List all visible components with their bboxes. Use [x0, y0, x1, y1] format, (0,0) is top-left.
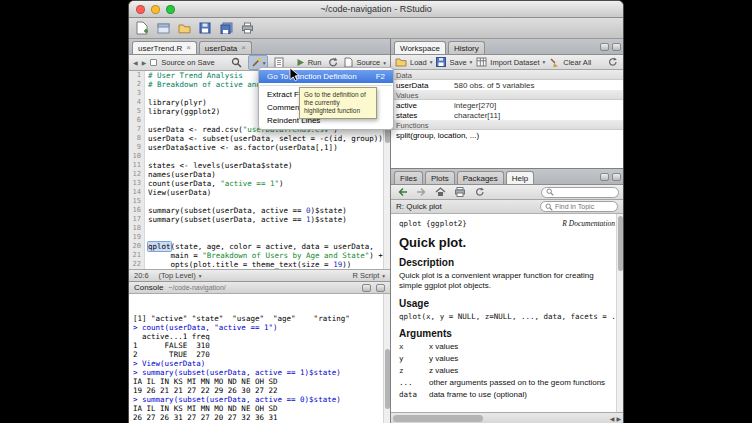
code-segment: )$state) — [311, 206, 347, 215]
refresh-button[interactable] — [605, 56, 619, 68]
code-line[interactable]: 13count(userData, "active == 1") — [129, 179, 390, 188]
code-segment: View(userData) — [148, 188, 211, 197]
doc-type-selector[interactable]: R Script ▾ — [353, 271, 385, 280]
code-line[interactable]: 18 — [129, 224, 390, 233]
find-in-topic-input[interactable] — [555, 202, 613, 211]
console[interactable]: [1] "active" "state" "usage" "age" "rati… — [129, 294, 390, 423]
workspace-item[interactable]: userData580 obs. of 5 variables — [391, 80, 623, 90]
zoom-window-button[interactable] — [166, 5, 175, 14]
save-all-icon[interactable] — [219, 21, 233, 36]
tab-label: userData — [205, 44, 237, 53]
code-line[interactable]: 8userData <- subset(userData, select = -… — [129, 134, 390, 143]
maximize-pane-icon[interactable] — [376, 284, 385, 292]
code-line[interactable]: 11states <- levels(userData$state) — [129, 161, 390, 170]
save-workspace-button[interactable]: Save ▾ — [436, 57, 472, 67]
minimize-pane-icon[interactable] — [362, 284, 371, 292]
code-line[interactable]: 12names(userData) — [129, 170, 390, 179]
close-window-button[interactable] — [136, 5, 145, 14]
tab-help[interactable]: Help — [506, 171, 534, 184]
workspace-item[interactable]: split(group, location, ...) — [391, 130, 623, 140]
magnifier-icon — [545, 203, 553, 211]
code-line[interactable]: 14View(userData) — [129, 188, 390, 197]
editor-tab-userdata[interactable]: userData× — [199, 41, 252, 54]
code-line[interactable]: 9userData$active <- as.factor(userData[,… — [129, 143, 390, 152]
help-print-button[interactable] — [452, 186, 468, 198]
code-segment: summary(subset(userData, active == — [148, 206, 306, 215]
scrollbar-thumb[interactable] — [618, 216, 623, 271]
code-text: library(plyr) — [145, 98, 207, 107]
title-bar[interactable]: ~/code-navigation - RStudio — [129, 1, 623, 18]
line-number: 14 — [129, 188, 145, 197]
open-file-icon[interactable] — [177, 21, 191, 36]
code-line[interactable]: 19 — [129, 233, 390, 242]
argument-name: y — [399, 354, 429, 363]
clear-all-button[interactable]: Clear All — [549, 57, 591, 68]
tab-close-icon[interactable]: × — [241, 44, 246, 52]
forward-icon[interactable]: ▶ — [142, 59, 147, 66]
help-forward-button[interactable] — [414, 186, 429, 198]
code-line[interactable]: 16summary(subset(userData, active == 0)$… — [129, 206, 390, 215]
code-line[interactable]: 15 — [129, 197, 390, 206]
new-file-icon[interactable] — [135, 21, 149, 36]
help-back-button[interactable] — [395, 186, 410, 198]
scrollbar-thumb[interactable] — [385, 349, 390, 409]
code-line[interactable]: 22 opts(plot.title = theme_text(size = 1… — [129, 260, 390, 269]
cursor-position: 20:6 — [134, 271, 149, 280]
right-column: WorkspaceHistory Load ▾ Save — [391, 39, 623, 423]
help-refresh-button[interactable] — [472, 186, 486, 198]
tab-label: Files — [400, 174, 417, 183]
maximize-pane-icon[interactable] — [612, 43, 621, 51]
console-scrollbar[interactable] — [383, 294, 390, 423]
object-name: states — [396, 111, 454, 119]
source-on-save-checkbox[interactable] — [150, 59, 157, 66]
help-search-input[interactable] — [556, 188, 614, 197]
run-button[interactable]: Run — [296, 58, 322, 67]
new-project-icon[interactable] — [156, 21, 170, 36]
help-home-button[interactable] — [433, 186, 448, 198]
menu-separator — [260, 85, 392, 86]
code-line[interactable]: 21 main = "Breakdown of Users by Age and… — [129, 251, 390, 260]
source-on-save-label: Source on Save — [161, 58, 214, 67]
import-dataset-button[interactable]: Import Dataset ▾ — [476, 57, 545, 67]
code-text: states <- levels(userData$state) — [145, 161, 293, 170]
help-search-box[interactable] — [541, 187, 619, 198]
find-in-topic-box[interactable] — [540, 201, 618, 212]
print-icon[interactable] — [240, 21, 254, 36]
tab-files[interactable]: Files — [394, 171, 423, 184]
help-horizontal-scrollbar[interactable]: ◀ ▶ — [391, 412, 623, 423]
code-line[interactable]: 20qplot(state, age, color = active, data… — [129, 242, 390, 251]
code-line[interactable]: 10 — [129, 152, 390, 161]
scope-selector[interactable]: (Top Level) ▾ — [159, 271, 202, 280]
argument-row: ...other arguments passed on to the geom… — [399, 378, 615, 387]
minimize-window-button[interactable] — [151, 5, 160, 14]
minimize-pane-icon[interactable] — [600, 173, 609, 181]
scrollbar-thumb[interactable] — [393, 415, 483, 422]
help-scrollbar[interactable] — [616, 214, 623, 412]
workspace-item[interactable]: statescharacter[11] — [391, 110, 623, 120]
window-title: ~/code-navigation - RStudio — [129, 1, 623, 17]
menu-item-go-to-function-definition[interactable]: Go To Function DefinitionF2 — [259, 70, 393, 83]
find-replace-button[interactable] — [229, 56, 244, 69]
console-header[interactable]: Console ~/code-navigation/ — [129, 281, 390, 294]
maximize-pane-icon[interactable] — [612, 173, 621, 181]
workspace-item[interactable]: activeinteger[270] — [391, 100, 623, 110]
tab-plots[interactable]: Plots — [425, 171, 455, 184]
minimize-pane-icon[interactable] — [600, 43, 609, 51]
tab-history[interactable]: History — [448, 41, 485, 54]
load-workspace-button[interactable]: Load ▾ — [395, 57, 432, 67]
code-segment: count(userData, — [148, 179, 220, 188]
code-segment: # User Trend Analysis — [148, 71, 243, 80]
code-text: View(userData) — [145, 188, 211, 197]
code-line[interactable]: 17summary(subset(userData, active == 1)$… — [129, 215, 390, 224]
editor-tab-usertrend-r[interactable]: userTrend.R× — [132, 41, 197, 54]
tab-label: History — [454, 44, 479, 53]
scroll-left-icon[interactable]: ◀ — [610, 415, 615, 422]
save-icon[interactable] — [198, 21, 212, 36]
tab-workspace[interactable]: Workspace — [394, 41, 446, 54]
tab-packages[interactable]: Packages — [457, 171, 504, 184]
back-icon[interactable]: ◀ — [133, 59, 138, 66]
tab-label: userTrend.R — [138, 44, 182, 53]
rstudio-window: ~/code-navigation - RStudio userTrend.R×… — [128, 0, 624, 423]
tab-close-icon[interactable]: × — [186, 44, 191, 52]
scroll-right-icon[interactable]: ▶ — [616, 415, 621, 422]
